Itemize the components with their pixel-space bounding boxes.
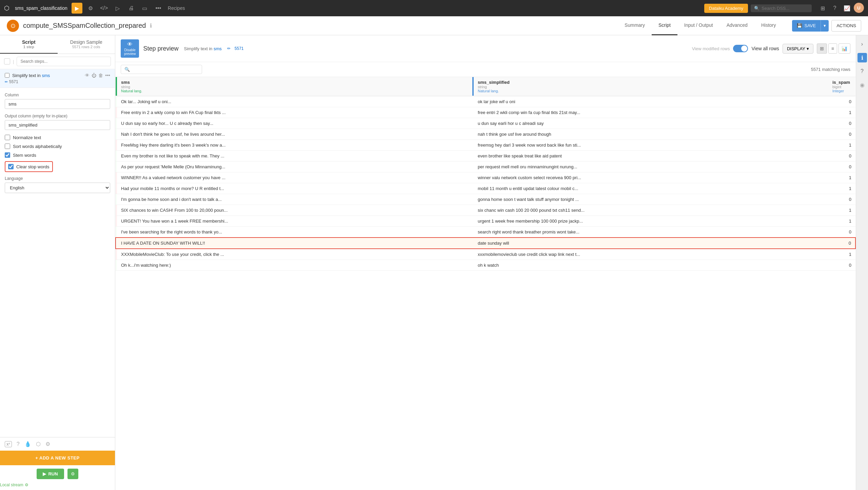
step-item[interactable]: Simplify text in sms 👁 ⏻ 🗑 ••• ✏ 5571 xyxy=(0,69,115,88)
chart-view-button[interactable]: 📊 xyxy=(839,43,850,54)
sms-cell: Free entry in 2 a wkly comp to win FA Cu… xyxy=(117,107,472,118)
settings-nav-icon[interactable]: ⚙ xyxy=(85,3,96,14)
step-checkbox[interactable] xyxy=(5,73,9,78)
local-stream-icon[interactable]: ⚙ xyxy=(25,483,28,487)
tab-script-panel[interactable]: Script 1 step xyxy=(0,35,58,54)
sidebar-info-icon[interactable]: ℹ xyxy=(857,53,867,62)
global-search[interactable]: 🔍 xyxy=(751,4,812,12)
tab-history[interactable]: History xyxy=(754,16,783,35)
panel-icon-row: x² ? 💧 ⬡ ⚙ xyxy=(0,437,115,451)
normalize-row: Normalize text xyxy=(5,135,110,140)
user-avatar[interactable]: U xyxy=(854,3,864,13)
notebook-nav-icon[interactable]: ▭ xyxy=(139,3,150,14)
simplified-column-header: sms_simplified string Natural lang. xyxy=(474,77,828,96)
add-step-button[interactable]: + ADD A NEW STEP xyxy=(0,451,115,465)
normalize-label: Normalize text xyxy=(13,135,41,140)
more-nav-icon[interactable]: ••• xyxy=(153,3,164,14)
stem-words-checkbox[interactable] xyxy=(5,152,10,158)
preview-search-box[interactable]: 🔍 xyxy=(121,65,202,74)
preview-count: 5571 xyxy=(235,46,244,51)
sidebar-help-circle-icon[interactable]: ? xyxy=(857,67,867,76)
run-button[interactable]: ▶ RUN xyxy=(37,469,64,479)
trend-icon[interactable]: 📈 xyxy=(842,3,852,14)
matching-rows-count: 5571 matching rows xyxy=(811,67,850,72)
sms-cell: I'm gonna be home soon and i don't want … xyxy=(117,194,472,205)
xsq-icon[interactable]: x² xyxy=(5,441,12,447)
normalize-checkbox[interactable] xyxy=(5,135,10,140)
eye-icon[interactable]: 👁 xyxy=(85,73,90,78)
table-row: Had your mobile 11 months or more? U R e… xyxy=(116,183,855,194)
sort-words-checkbox[interactable] xyxy=(5,144,10,149)
recipe-icon: ⊙ xyxy=(7,20,19,32)
deploy-nav-icon[interactable]: 🖨 xyxy=(126,3,137,14)
grid-view-button[interactable]: ⊞ xyxy=(817,43,827,54)
drop-icon[interactable]: 💧 xyxy=(24,441,31,447)
simplified-cell: ok lar joke wif u oni xyxy=(474,96,828,107)
simplified-cell: gonna home soon t want talk stuff anymor… xyxy=(474,194,828,205)
column-field: Column xyxy=(5,93,110,109)
local-stream-label: Local stream ⚙ xyxy=(0,483,115,487)
preview-subheader: 🔍 5571 matching rows xyxy=(115,62,856,77)
run-nav-icon[interactable]: ▷ xyxy=(112,3,123,14)
list-view-button[interactable]: ≡ xyxy=(828,43,837,54)
simplified-cell: per request mell mell oru minnaminungint… xyxy=(474,162,828,172)
tab-design-sample[interactable]: Design Sample 5571 rows 2 cols xyxy=(58,35,115,54)
dataiku-academy-button[interactable]: Dataiku Academy xyxy=(704,4,748,13)
tab-advanced[interactable]: Advanced xyxy=(720,16,754,35)
sidebar-arrow-icon[interactable]: › xyxy=(857,39,867,49)
is-spam-cell: 0 xyxy=(828,118,855,129)
stem-words-row: Stem words xyxy=(5,152,110,158)
save-dropdown-arrow[interactable]: ▾ xyxy=(821,20,829,32)
disable-preview-button[interactable]: 👁 Disablepreview xyxy=(121,39,139,58)
tab-summary[interactable]: Summary xyxy=(618,16,652,35)
local-stream-area: Local stream ⚙ xyxy=(0,483,115,490)
preview-edit-icon: ✏ xyxy=(227,46,231,51)
display-button[interactable]: DISPLAY ▾ xyxy=(783,44,813,54)
trash-icon[interactable]: 🗑 xyxy=(98,73,103,78)
project-name[interactable]: sms_spam_classification xyxy=(15,5,67,11)
search-steps-input[interactable] xyxy=(17,57,111,66)
column-label: Column xyxy=(5,93,110,97)
simplified-cell: oh k watch xyxy=(474,260,828,271)
run-settings-button[interactable]: ⚙ xyxy=(67,469,78,479)
is-spam-cell: 1 xyxy=(828,216,855,227)
actions-button[interactable]: ACTIONS xyxy=(831,20,861,32)
clear-stop-words-checkbox[interactable] xyxy=(8,164,14,169)
column-input[interactable] xyxy=(5,99,110,109)
flow-nav-icon[interactable]: ▶ xyxy=(72,3,82,14)
power-icon[interactable]: ⏻ xyxy=(92,73,96,78)
tab-input-output[interactable]: Input / Output xyxy=(677,16,720,35)
code-nav-icon[interactable]: </> xyxy=(99,3,110,14)
is-spam-column-header: is_spam bigint Integer xyxy=(828,77,855,96)
save-main[interactable]: 💾 SAVE xyxy=(792,20,821,32)
table-row: I HAVE A DATE ON SUNDAY WITH WILL!! date… xyxy=(116,238,855,249)
dataiku-logo[interactable]: ⬡ xyxy=(4,4,9,12)
grid-icon[interactable]: ⊞ xyxy=(817,3,828,14)
search-input[interactable] xyxy=(762,6,802,11)
preview-table: sms string Natural lang. sms_simplified … xyxy=(115,77,856,271)
table-row: I'm gonna be home soon and i don't want … xyxy=(116,194,855,205)
is-spam-cell: 0 xyxy=(828,96,855,107)
step-count: ✏ 5571 xyxy=(5,79,110,84)
simplified-cell: mobil 11 month u entitl updat latest col… xyxy=(474,183,828,194)
more-icon[interactable]: ••• xyxy=(105,73,110,78)
sms-cell: SIX chances to win CASH! From 100 to 20,… xyxy=(117,205,472,216)
help-panel-icon[interactable]: ? xyxy=(17,441,20,447)
table-row: XXXMobileMovieClub: To use your credit, … xyxy=(116,249,855,260)
table-row: As per your request 'Melle Melle (Oru Mi… xyxy=(116,162,855,172)
sms-cell: Had your mobile 11 months or more? U R e… xyxy=(117,183,472,194)
view-toggle-switch[interactable] xyxy=(733,45,748,52)
save-button[interactable]: 💾 SAVE ▾ xyxy=(792,20,829,32)
recipe-info-icon[interactable]: ℹ xyxy=(150,22,152,29)
table-row: Nah I don't think he goes to usf, he liv… xyxy=(116,129,855,140)
is-spam-cell: 1 xyxy=(828,205,855,216)
tab-script[interactable]: Script xyxy=(652,16,677,35)
copy-panel-icon[interactable]: ⬡ xyxy=(36,441,41,447)
settings-panel-icon[interactable]: ⚙ xyxy=(45,441,50,447)
language-select[interactable]: English French German Spanish xyxy=(5,183,110,193)
select-all-checkbox[interactable] xyxy=(4,58,10,64)
sidebar-circle-icon[interactable]: ◉ xyxy=(857,80,867,90)
top-icon-group: ⊞ ? 📈 U xyxy=(817,3,864,14)
output-input[interactable] xyxy=(5,120,110,130)
help-icon[interactable]: ? xyxy=(829,3,840,14)
